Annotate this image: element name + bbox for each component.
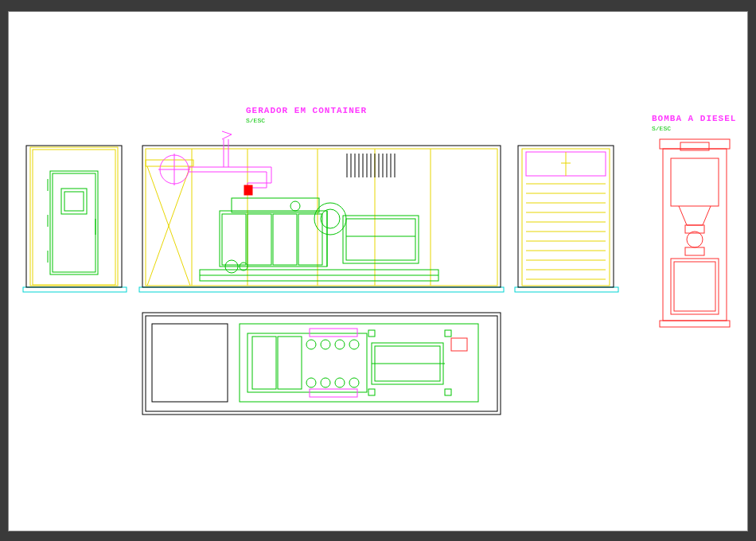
svg-point-85 (335, 340, 345, 349)
svg-rect-59 (515, 287, 618, 292)
svg-point-87 (306, 378, 316, 387)
diesel-pump (660, 139, 730, 327)
svg-rect-2 (30, 147, 118, 286)
svg-rect-108 (671, 259, 719, 314)
svg-point-106 (687, 232, 703, 247)
container-side-elevation (139, 131, 504, 292)
svg-point-51 (314, 203, 346, 235)
svg-rect-96 (368, 389, 375, 395)
svg-rect-47 (273, 214, 297, 265)
svg-rect-54 (346, 219, 415, 260)
drawing-canvas[interactable]: GERADOR EM CONTAINER S/ESC BOMBA A DIESE… (8, 11, 748, 531)
svg-rect-41 (244, 185, 252, 195)
svg-rect-7 (64, 192, 84, 211)
svg-point-89 (335, 378, 345, 387)
svg-rect-0 (23, 287, 127, 292)
svg-rect-49 (232, 198, 319, 212)
cad-drawing (9, 12, 749, 532)
svg-rect-12 (139, 287, 504, 292)
svg-rect-1 (26, 146, 122, 287)
svg-point-86 (349, 340, 359, 349)
svg-point-50 (290, 201, 300, 211)
svg-point-52 (321, 209, 340, 228)
svg-rect-94 (368, 330, 375, 337)
svg-rect-78 (152, 324, 228, 402)
svg-rect-98 (310, 329, 357, 337)
container-end-right (515, 146, 618, 292)
svg-rect-109 (674, 262, 715, 311)
svg-rect-53 (343, 216, 419, 263)
svg-rect-100 (451, 338, 467, 351)
svg-rect-4 (50, 171, 98, 274)
svg-rect-95 (445, 330, 451, 337)
svg-rect-81 (252, 337, 276, 389)
svg-rect-107 (685, 247, 704, 255)
svg-rect-46 (247, 214, 271, 265)
container-plan-view (142, 313, 501, 415)
svg-rect-101 (660, 139, 730, 149)
svg-rect-104 (671, 158, 719, 206)
svg-rect-45 (222, 214, 246, 265)
svg-point-90 (349, 378, 359, 387)
svg-point-83 (306, 340, 316, 349)
svg-rect-82 (278, 337, 302, 389)
svg-rect-97 (445, 389, 451, 395)
svg-rect-76 (142, 313, 501, 415)
svg-point-84 (321, 340, 330, 349)
svg-rect-3 (33, 150, 115, 285)
svg-rect-48 (298, 214, 322, 265)
svg-rect-6 (61, 189, 87, 214)
svg-point-88 (321, 378, 330, 387)
container-end-left (23, 146, 127, 292)
svg-rect-79 (240, 324, 478, 402)
svg-rect-99 (310, 389, 357, 397)
svg-rect-110 (660, 321, 730, 327)
svg-rect-102 (663, 149, 727, 321)
